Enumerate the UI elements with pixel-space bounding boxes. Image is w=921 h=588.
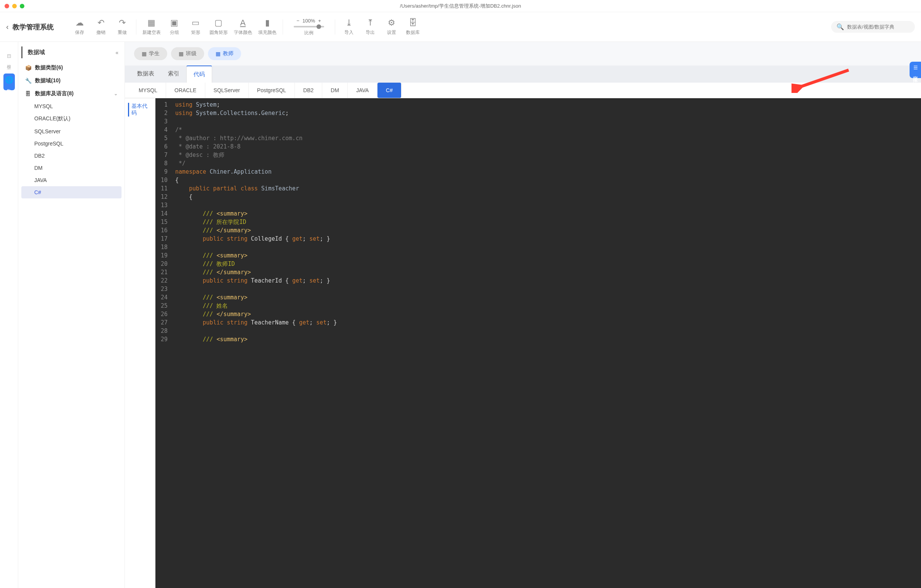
rounded-rect-button[interactable]: ▢圆角矩形 — [210, 18, 228, 36]
sidebar-header: 数据域 « — [21, 47, 122, 58]
library-icon: ☰ — [913, 65, 918, 71]
wrench-icon: 🔧 — [25, 78, 32, 84]
undo-icon: ↶ — [98, 18, 104, 28]
import-button[interactable]: ⤓导入 — [341, 18, 356, 36]
redo-button[interactable]: ↷重做 — [115, 18, 130, 36]
window-controls — [5, 4, 24, 8]
search-box[interactable]: 🔍 — [831, 21, 915, 33]
tree-child-dm[interactable]: DM — [21, 162, 122, 174]
line-gutter: 1234567891011121314151617181920212223242… — [155, 98, 171, 588]
back-button[interactable]: ‹ — [6, 23, 9, 31]
table-icon: ▦ — [216, 50, 221, 57]
tree-child-db2[interactable]: DB2 — [21, 149, 122, 162]
tree-datatype[interactable]: 📦数据类型(6) — [21, 61, 122, 74]
zoom-control[interactable]: −100%+ 比例 — [294, 18, 324, 36]
lang-tab-c[interactable]: C# — [378, 83, 402, 98]
sidebar: 数据域 « 📦数据类型(6) 🔧数据域(10) 🗄数据库及语言(8)⌄ MYSQ… — [18, 42, 125, 588]
tree-child-sqlserver[interactable]: SQLServer — [21, 125, 122, 138]
save-button[interactable]: ☁︎保存 — [72, 18, 87, 36]
search-icon: 🔍 — [836, 23, 844, 31]
group-button[interactable]: ▣分组 — [167, 18, 182, 36]
tree-db-lang[interactable]: 🗄数据库及语言(8)⌄ — [21, 87, 122, 100]
pill-teacher[interactable]: ▦教师 — [208, 47, 241, 60]
zoom-out-icon[interactable]: − — [296, 18, 299, 24]
import-icon: ⤓ — [345, 18, 352, 28]
database-icon: 🗄 — [25, 91, 32, 97]
undo-button[interactable]: ↶撤销 — [93, 18, 109, 36]
tree-child-oracle[interactable]: ORACLE(默认) — [21, 112, 122, 125]
globe-icon: 🌐 — [5, 76, 13, 84]
vtab-model[interactable]: ⧈模型 — [5, 49, 13, 65]
lang-tab-postgresql[interactable]: PostgreSQL — [249, 83, 295, 98]
zoom-value: 100% — [303, 18, 315, 24]
font-color-button[interactable]: A字体颜色 — [234, 18, 252, 36]
gear-icon: ⚙ — [388, 18, 395, 28]
lang-tab-mysql[interactable]: MYSQL — [130, 83, 166, 98]
export-button[interactable]: ⤒导出 — [363, 18, 378, 36]
rect-icon: ▭ — [192, 18, 200, 28]
rounded-rect-icon: ▢ — [215, 18, 223, 28]
chevron-down-icon: ⌄ — [114, 91, 118, 96]
fill-color-icon: ▮ — [265, 18, 270, 28]
box-icon: 📦 — [25, 65, 32, 71]
redo-icon: ↷ — [119, 18, 126, 28]
cube-icon: ⧈ — [7, 52, 11, 60]
field-library-handle[interactable]: ☰字段库 — [910, 62, 921, 78]
titlebar: /Users/asher/tmp/学生信息管理系统-增加DB2.chnr.jso… — [0, 0, 921, 12]
fill-color-button[interactable]: ▮填充颜色 — [258, 18, 277, 36]
zoom-label: 比例 — [304, 30, 314, 36]
code-editor[interactable]: 1234567891011121314151617181920212223242… — [155, 98, 921, 588]
maximize-window-icon[interactable] — [20, 4, 24, 8]
toolbar: ‹ 教学管理系统 ☁︎保存 ↶撤销 ↷重做 ▦新建空表 ▣分组 ▭矩形 ▢圆角矩… — [0, 12, 921, 42]
table-tabs: ▦学生 ▦班级 ▦教师 — [125, 42, 921, 65]
export-icon: ⤒ — [367, 18, 374, 28]
table-plus-icon: ▦ — [147, 18, 155, 28]
window-path: /Users/asher/tmp/学生信息管理系统-增加DB2.chnr.jso… — [400, 3, 521, 10]
font-color-icon: A — [240, 18, 246, 28]
cloud-upload-icon: ☁︎ — [75, 18, 84, 28]
settings-button[interactable]: ⚙设置 — [384, 18, 399, 36]
subtab-index[interactable]: 索引 — [161, 65, 186, 83]
table-icon: ▦ — [179, 50, 184, 57]
table-icon: ▦ — [142, 50, 146, 57]
tree-child-postgresql[interactable]: PostgreSQL — [21, 138, 122, 149]
subtab-table[interactable]: 数据表 — [130, 65, 161, 83]
lang-tab-dm[interactable]: DM — [322, 83, 348, 98]
subtab-code[interactable]: 代码 — [186, 65, 212, 83]
content: ▦学生 ▦班级 ▦教师 数据表 索引 代码 MYSQLORACLESQLServ… — [125, 42, 921, 588]
tree-domain[interactable]: 🔧数据域(10) — [21, 74, 122, 87]
pill-student[interactable]: ▦学生 — [134, 47, 167, 60]
page-title: 教学管理系统 — [13, 23, 54, 32]
vtab-domain[interactable]: 🌐数据域 — [3, 73, 15, 90]
tree-child-c[interactable]: C# — [21, 186, 122, 198]
vertical-tabs: ⧈模型 🌐数据域 — [0, 42, 18, 588]
code-side-panel: 基本代码 — [125, 98, 155, 588]
search-input[interactable] — [847, 24, 911, 30]
close-window-icon[interactable] — [5, 4, 9, 8]
new-table-button[interactable]: ▦新建空表 — [142, 18, 161, 36]
zoom-slider[interactable] — [294, 26, 324, 28]
zoom-in-icon[interactable]: + — [318, 18, 321, 24]
database-icon: 🗄 — [409, 18, 417, 28]
lang-tab-db2[interactable]: DB2 — [295, 83, 322, 98]
code-lines: using System;using System.Collections.Ge… — [171, 98, 340, 588]
tree-child-java[interactable]: JAVA — [21, 174, 122, 186]
pill-class[interactable]: ▦班级 — [171, 47, 204, 60]
lang-tabs: MYSQLORACLESQLServerPostgreSQLDB2DMJAVAC… — [125, 83, 921, 98]
tree-child-mysql[interactable]: MYSQL — [21, 100, 122, 112]
database-button[interactable]: 🗄数据库 — [405, 18, 420, 36]
lang-tab-java[interactable]: JAVA — [348, 83, 378, 98]
lang-tab-oracle[interactable]: ORACLE — [166, 83, 205, 98]
minimize-window-icon[interactable] — [12, 4, 17, 8]
rect-button[interactable]: ▭矩形 — [188, 18, 203, 36]
code-basic-label[interactable]: 基本代码 — [128, 103, 152, 117]
sub-tabs: 数据表 索引 代码 — [125, 65, 921, 83]
lang-tab-sqlserver[interactable]: SQLServer — [205, 83, 249, 98]
group-icon: ▣ — [170, 18, 178, 28]
collapse-left-icon[interactable]: « — [116, 49, 119, 55]
